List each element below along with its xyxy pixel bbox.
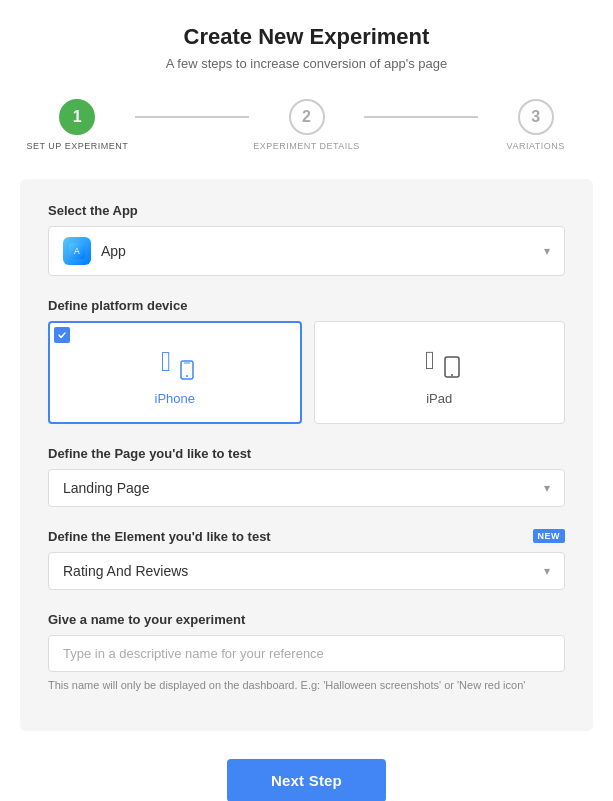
step-connector-1 — [135, 116, 250, 118]
step-1-circle: 1 — [59, 99, 95, 135]
page-wrapper: Create New Experiment A few steps to inc… — [0, 0, 613, 801]
ipad-icon:  — [417, 339, 461, 383]
svg-point-8 — [451, 374, 453, 376]
svg-text::  — [161, 346, 171, 377]
name-hint: This name will only be displayed on the … — [48, 678, 565, 693]
next-step-button[interactable]: Next Step — [227, 759, 386, 801]
step-2-circle: 2 — [289, 99, 325, 135]
page-section-label: Define the Page you'd like to test — [48, 446, 565, 461]
app-section: Select the App A — [48, 203, 565, 276]
step-3-label: VARIATIONS — [507, 141, 565, 151]
step-1-label: SET UP EXPERIMENT — [26, 141, 128, 151]
step-2-number: 2 — [302, 108, 311, 126]
element-select[interactable]: Rating And Reviews ▾ — [48, 552, 565, 590]
step-1: 1 SET UP EXPERIMENT — [20, 99, 135, 151]
svg-text:A: A — [74, 246, 80, 256]
iphone-label: iPhone — [155, 391, 195, 406]
app-select-value: App — [101, 243, 126, 259]
step-3-number: 3 — [531, 108, 540, 126]
element-select-value: Rating And Reviews — [63, 563, 188, 579]
stepper: 1 SET UP EXPERIMENT 2 EXPERIMENT DETAILS… — [20, 99, 593, 151]
iphone-card[interactable]:  iPhone — [48, 321, 302, 424]
form-card: Select the App A — [20, 179, 593, 731]
app-label: Select the App — [48, 203, 565, 218]
name-input[interactable] — [48, 635, 565, 672]
step-2-label: EXPERIMENT DETAILS — [253, 141, 360, 151]
svg-text::  — [425, 345, 435, 375]
page-select[interactable]: Landing Page ▾ — [48, 469, 565, 507]
platform-label: Define platform device — [48, 298, 565, 313]
app-select-left: A App — [63, 237, 126, 265]
step-connector-2 — [364, 116, 479, 118]
new-badge: NEW — [533, 529, 566, 543]
ipad-card[interactable]:  iPad — [314, 321, 566, 424]
element-chevron-icon: ▾ — [544, 564, 550, 578]
page-title: Create New Experiment — [184, 24, 430, 50]
step-1-number: 1 — [73, 108, 82, 126]
page-chevron-icon: ▾ — [544, 481, 550, 495]
element-section: Define the Element you'd like to test NE… — [48, 529, 565, 590]
name-section: Give a name to your experiment This name… — [48, 612, 565, 693]
svg-point-5 — [186, 375, 188, 377]
step-2: 2 EXPERIMENT DETAILS — [249, 99, 364, 151]
name-label: Give a name to your experiment — [48, 612, 565, 627]
iphone-icon:  — [153, 339, 197, 383]
iphone-check-icon — [54, 327, 70, 343]
step-3-circle: 3 — [518, 99, 554, 135]
page-select-value: Landing Page — [63, 480, 149, 496]
app-chevron-icon: ▾ — [544, 244, 550, 258]
page-section: Define the Page you'd like to test Landi… — [48, 446, 565, 507]
app-select[interactable]: A App ▾ — [48, 226, 565, 276]
app-icon: A — [63, 237, 91, 265]
device-cards:  iPhone  — [48, 321, 565, 424]
step-3: 3 VARIATIONS — [478, 99, 593, 151]
page-subtitle: A few steps to increase conversion of ap… — [166, 56, 447, 71]
ipad-label: iPad — [426, 391, 452, 406]
platform-section: Define platform device  — [48, 298, 565, 424]
element-section-label: Define the Element you'd like to test — [48, 529, 565, 544]
